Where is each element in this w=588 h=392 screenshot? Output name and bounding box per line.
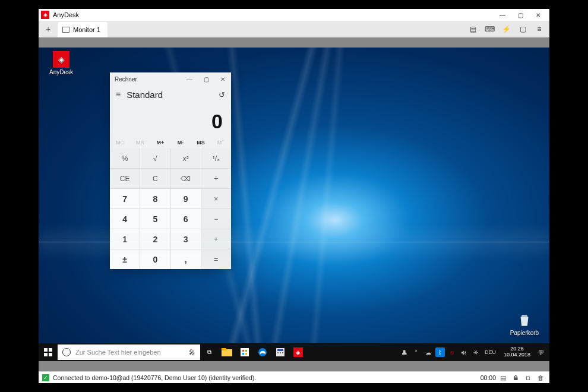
close-button[interactable]: ✕: [529, 10, 547, 20]
calc-key-+[interactable]: +: [201, 229, 231, 249]
tray-wifi-icon[interactable]: ⚹: [471, 347, 480, 357]
taskbar-app-store[interactable]: [236, 343, 254, 361]
taskbar-app-calculator[interactable]: [271, 343, 289, 361]
svg-rect-8: [245, 350, 247, 352]
calc-key-3[interactable]: 3: [171, 229, 201, 249]
minimize-button[interactable]: —: [494, 10, 511, 20]
calculator-menu-icon[interactable]: ≡: [116, 90, 121, 99]
status-clipboard-icon[interactable]: 🗑: [535, 373, 546, 382]
calc-key-C[interactable]: C: [140, 169, 170, 188]
calc-key-2[interactable]: 2: [140, 229, 170, 249]
calculator-mode: Standard: [127, 90, 163, 100]
taskbar-app-edge[interactable]: [254, 343, 271, 361]
cortana-icon: [62, 348, 71, 356]
status-lock-icon[interactable]: 🔒︎: [510, 373, 521, 382]
remote-desktop[interactable]: ◈ AnyDesk Papierkorb Rechner — ▢ ✕: [39, 48, 549, 361]
tray-language[interactable]: DEU: [483, 349, 498, 355]
calc-key-−[interactable]: −: [201, 209, 231, 229]
mem-mminus[interactable]: M-: [170, 137, 191, 148]
mem-ms[interactable]: MS: [191, 137, 211, 148]
calc-key-1[interactable]: 1: [110, 229, 140, 249]
tab-monitor-1[interactable]: Monitor 1: [58, 22, 108, 37]
tray-onedrive-icon[interactable]: ☁: [423, 347, 433, 357]
calculator-minimize-button[interactable]: —: [181, 72, 198, 86]
anydesk-window: ◈ AnyDesk — ▢ ✕ + Monitor 1 ▤ ⌨ ⚡ ▢ ≡ ◈ …: [39, 9, 549, 383]
status-chat-icon[interactable]: ▤: [498, 373, 508, 382]
new-tab-button[interactable]: +: [41, 22, 55, 36]
tray-notifications-icon[interactable]: 💬︎: [536, 347, 546, 357]
svg-rect-7: [242, 350, 244, 352]
start-button[interactable]: [39, 343, 58, 361]
calc-key-0[interactable]: 0: [140, 249, 170, 269]
taskbar-app-anydesk[interactable]: ◈: [289, 343, 307, 361]
calc-key-x²[interactable]: x²: [171, 148, 201, 168]
tray-people-icon[interactable]: 👤︎: [400, 347, 409, 357]
calculator-title: Rechner: [115, 76, 137, 83]
calc-key-6[interactable]: 6: [171, 209, 201, 229]
search-placeholder: Zur Suche Text hier eingeben: [75, 349, 161, 356]
calculator-maximize-button[interactable]: ▢: [198, 72, 214, 86]
search-box[interactable]: Zur Suche Text hier eingeben 🎤︎: [58, 344, 200, 360]
calc-key-9[interactable]: 9: [171, 189, 201, 208]
svg-rect-10: [245, 353, 247, 355]
status-file-icon[interactable]: 🗋: [523, 373, 533, 382]
calc-key-4[interactable]: 4: [110, 209, 140, 229]
recycle-bin-icon: [516, 312, 533, 328]
svg-rect-13: [277, 349, 283, 351]
svg-rect-0: [44, 348, 48, 352]
microphone-icon[interactable]: 🎤︎: [189, 349, 195, 356]
anydesk-app-icon: ◈: [53, 51, 69, 68]
calc-key-7[interactable]: 7: [110, 189, 140, 208]
tray-bluetooth-icon[interactable]: ᛒ: [435, 347, 445, 357]
display-icon[interactable]: ▢: [515, 23, 530, 36]
calculator-close-button[interactable]: ✕: [214, 72, 231, 86]
monitor-icon: [62, 27, 69, 33]
calc-key-%[interactable]: %: [110, 148, 140, 168]
calc-key-×[interactable]: ×: [201, 189, 231, 208]
taskbar-app-explorer[interactable]: [218, 343, 236, 361]
tray-security-icon[interactable]: ⎋: [447, 347, 457, 357]
tray-volume-icon[interactable]: 🔊︎: [459, 347, 469, 357]
tray-clock[interactable]: 20:26 10.04.2018: [500, 346, 534, 358]
actions-icon[interactable]: ⚡: [498, 23, 514, 36]
calc-key-=[interactable]: =: [201, 249, 231, 269]
chat-icon[interactable]: ▤: [465, 23, 480, 36]
remote-viewport: ◈ AnyDesk Papierkorb Rechner — ▢ ✕: [39, 37, 549, 371]
window-title: AnyDesk: [53, 11, 79, 18]
menu-icon[interactable]: ≡: [532, 23, 547, 36]
calculator-window: Rechner — ▢ ✕ ≡ Standard ↺ 0 MC MR M+ M-: [110, 72, 231, 269]
status-bar: ✓ Connected to demo-10@ad (19420776, Dem…: [39, 371, 549, 383]
calculator-history-icon[interactable]: ↺: [219, 90, 225, 99]
calc-key-,[interactable]: ,: [171, 249, 201, 269]
calc-key-¹/ₓ[interactable]: ¹/ₓ: [201, 148, 231, 168]
anydesk-logo-icon: ◈: [41, 11, 49, 19]
desktop-icon-anydesk[interactable]: ◈ AnyDesk: [45, 51, 78, 75]
calc-key-±[interactable]: ±: [110, 249, 140, 269]
svg-rect-16: [282, 352, 283, 353]
calc-key-8[interactable]: 8: [140, 189, 170, 208]
status-text: Connected to demo-10@ad (19420776, Demo …: [53, 374, 256, 381]
calc-key-⌫[interactable]: ⌫: [171, 169, 201, 188]
calc-key-5[interactable]: 5: [140, 209, 170, 229]
calculator-title-bar: Rechner — ▢ ✕: [110, 72, 231, 86]
tray-chevron-up-icon[interactable]: ˄: [412, 347, 421, 357]
keyboard-icon[interactable]: ⌨: [482, 23, 497, 36]
svg-rect-3: [49, 353, 52, 356]
calculator-display: 0: [110, 103, 231, 137]
mem-mlist[interactable]: M˅: [211, 137, 231, 148]
calc-key-÷[interactable]: ÷: [201, 169, 231, 188]
calc-key-CE[interactable]: CE: [110, 169, 140, 188]
calc-key-√[interactable]: √: [140, 148, 170, 168]
mem-mr[interactable]: MR: [130, 137, 150, 148]
taskbar: Zur Suche Text hier eingeben 🎤︎ ⧉ ◈ 👤︎ ˄…: [39, 343, 549, 361]
maximize-button[interactable]: ▢: [511, 10, 529, 20]
status-verified-icon: ✓: [42, 374, 49, 381]
svg-rect-9: [242, 353, 244, 355]
tab-bar: + Monitor 1 ▤ ⌨ ⚡ ▢ ≡: [39, 21, 549, 37]
desktop-icon-recycle-bin[interactable]: Papierkorb: [508, 312, 541, 336]
svg-rect-1: [49, 348, 52, 352]
mem-mc[interactable]: MC: [110, 137, 130, 148]
task-view-button[interactable]: ⧉: [200, 343, 218, 361]
mem-mplus[interactable]: M+: [150, 137, 170, 148]
svg-rect-6: [241, 348, 249, 356]
